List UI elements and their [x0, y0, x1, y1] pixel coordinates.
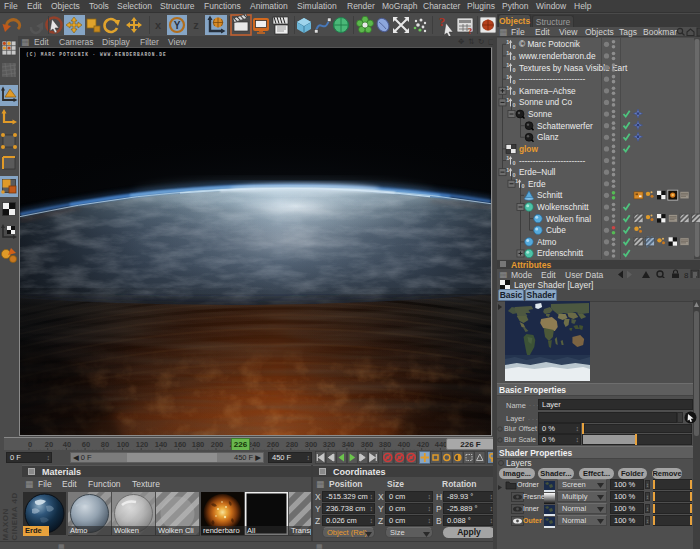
svg-text:Kamera–Achse: Kamera–Achse	[519, 86, 576, 96]
svg-text:Erde–Null: Erde–Null	[519, 167, 556, 177]
svg-text:------------------------: ------------------------	[519, 74, 586, 84]
svg-text:Cube: Cube	[546, 225, 566, 235]
svg-text:Wolken final: Wolken final	[546, 214, 591, 224]
svg-text:Atmo: Atmo	[537, 237, 557, 247]
svg-text:1: 1	[506, 97, 509, 103]
svg-text:z: z	[193, 19, 199, 31]
svg-text:0: 0	[513, 172, 516, 178]
svg-text:0: 0	[513, 79, 516, 85]
svg-text:Sonne und Co: Sonne und Co	[519, 97, 572, 107]
svg-text:0: 0	[522, 183, 525, 189]
svg-text:Sonne: Sonne	[528, 109, 552, 119]
svg-text:0: 0	[513, 55, 516, 61]
svg-text:0: 0	[513, 160, 516, 166]
svg-text:1: 1	[506, 74, 509, 80]
svg-text:Erde: Erde	[528, 179, 546, 189]
svg-text:1: 1	[515, 178, 518, 184]
svg-text:0: 0	[513, 44, 516, 50]
svg-text:x: x	[155, 19, 162, 31]
svg-text:1: 1	[506, 39, 509, 45]
svg-text:?: ?	[468, 26, 473, 36]
svg-text:Wolkenschnitt: Wolkenschnitt	[537, 202, 589, 212]
svg-text:glow: glow	[519, 144, 538, 154]
svg-text:0: 0	[513, 67, 516, 73]
svg-text:1: 1	[506, 167, 509, 173]
svg-text:Schnitt: Schnitt	[537, 190, 563, 200]
svg-text:www.renderbaron.de: www.renderbaron.de	[518, 51, 596, 61]
svg-text:Glanz: Glanz	[537, 132, 559, 142]
svg-text:1: 1	[506, 155, 509, 161]
svg-text:1: 1	[506, 85, 509, 91]
svg-text:0: 0	[513, 102, 516, 108]
svg-text:© Marc Potocnik: © Marc Potocnik	[519, 39, 581, 49]
svg-text:1: 1	[506, 50, 509, 56]
svg-text:Erdenschnitt: Erdenschnitt	[537, 248, 584, 258]
svg-text:Textures by Nasa Visible Eart: Textures by Nasa Visible Eart	[519, 63, 628, 73]
svg-text:Y: Y	[174, 20, 181, 31]
svg-text:1: 1	[506, 62, 509, 68]
svg-text:Schattenwerfer: Schattenwerfer	[537, 121, 593, 131]
svg-text:------------------------: ------------------------	[519, 156, 586, 166]
svg-text:?: ?	[439, 14, 446, 29]
svg-text:0: 0	[513, 90, 516, 96]
